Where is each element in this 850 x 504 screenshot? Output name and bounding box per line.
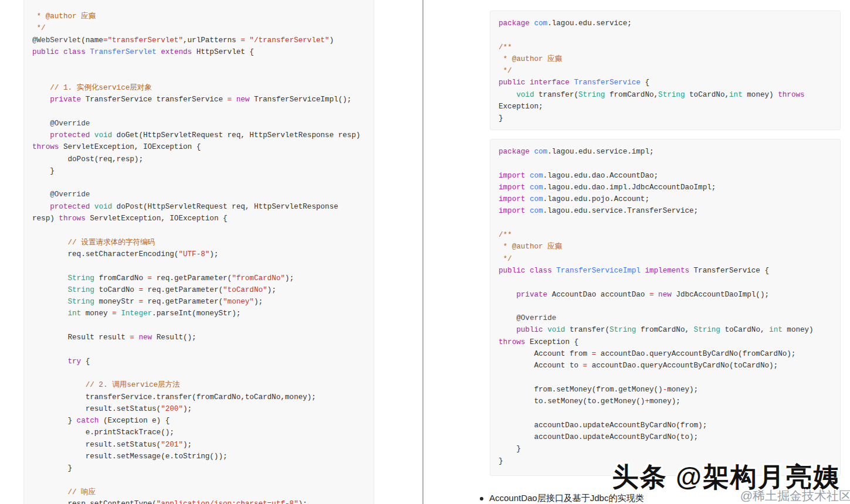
code-line: package com.lagou.edu.service; (499, 18, 832, 29)
code-line: public class TransferServlet extends Htt… (32, 46, 365, 58)
code-line: * @author 应癫 (499, 241, 832, 253)
code-line: result.setStatus("200"); (32, 403, 365, 415)
code-line: import com.lagou.edu.pojo.Account; (499, 193, 832, 205)
code-line: doPost(req,resp); (32, 154, 365, 165)
code-line: import com.lagou.edu.service.TransferSer… (499, 205, 832, 217)
code-line: /** (499, 229, 832, 241)
watermark-community: @稀土掘金技术社区 (740, 488, 850, 504)
code-line: // 设置请求体的字符编码 (32, 237, 365, 248)
code-line: resp.setContentType("application/json;ch… (32, 498, 365, 504)
code-line: String toCardNo = req.getParameter("toCa… (32, 284, 365, 296)
code-line: protected void doGet(HttpServletRequest … (32, 130, 365, 141)
code-line: @WebServlet(name="transferServlet",urlPa… (32, 35, 365, 46)
code-line (32, 224, 365, 236)
code-line: int money = Integer.parseInt(moneyStr); (32, 308, 365, 319)
code-line (499, 158, 832, 169)
code-line: } catch (Exception e) { (32, 415, 365, 427)
code-line: @Override (499, 312, 832, 324)
code-line: to.setMoney(to.getMoney()+money); (499, 396, 832, 407)
code-line: @Override (32, 189, 365, 200)
code-line: package com.lagou.edu.service.impl; (499, 146, 832, 158)
code-line: Exception; (499, 101, 832, 113)
code-line: // 响应 (32, 486, 365, 498)
code-line (499, 408, 832, 420)
code-line: result.setMessage(e.toString()); (32, 451, 365, 462)
code-line: accountDao.updateAccountByCardNo(to); (499, 431, 832, 443)
code-line (32, 105, 365, 117)
code-line: private TransferService transferService … (32, 94, 365, 105)
article-page: * @author 应癫 */@WebServlet(name="transfe… (0, 0, 850, 504)
code-line: // 2. 调用service层方法 (32, 379, 365, 391)
code-line: req.setCharacterEncoding("UTF-8"); (32, 248, 365, 260)
code-line: private AccountDao accountDao = new Jdbc… (499, 289, 832, 301)
code-block-transfer-service-interface: package com.lagou.edu.service;/** * @aut… (490, 11, 841, 130)
code-line: import com.lagou.edu.dao.AccountDao; (499, 170, 832, 182)
code-line: try { (32, 356, 365, 367)
code-line (499, 277, 832, 288)
code-line: public class TransferServiceImpl impleme… (499, 265, 832, 277)
code-line (32, 475, 365, 486)
code-line: */ (499, 65, 832, 77)
code-block-transfer-service-impl: package com.lagou.edu.service.impl;impor… (490, 139, 841, 476)
code-line (499, 217, 832, 229)
code-line: e.printStackTrace(); (32, 427, 365, 438)
code-line: String fromCardNo = req.getParameter("fr… (32, 273, 365, 284)
code-line (32, 177, 365, 189)
code-line: * @author 应癫 (499, 53, 832, 65)
code-line: throws ServletException, IOException { (32, 141, 365, 153)
code-line: from.setMoney(from.getMoney()-money); (499, 384, 832, 396)
code-line: } (32, 165, 365, 177)
code-line: Account to = accountDao.queryAccountByCa… (499, 360, 832, 372)
code-line (499, 301, 832, 312)
code-line: // 1. 实例化service层对象 (32, 82, 365, 94)
code-line (32, 367, 365, 379)
code-line (499, 372, 832, 384)
code-line: String moneyStr = req.getParameter("mone… (32, 296, 365, 308)
code-line: public void transfer(String fromCardNo, … (499, 324, 832, 336)
code-line: throws Exception { (499, 336, 832, 348)
code-line: @Override (32, 118, 365, 130)
code-line: public interface TransferService { (499, 77, 832, 88)
column-divider (422, 0, 424, 504)
code-line: accountDao.updateAccountByCardNo(from); (499, 420, 832, 431)
code-line: void transfer(String fromCardNo,String t… (499, 89, 832, 101)
code-line: import com.lagou.edu.dao.impl.JdbcAccoun… (499, 182, 832, 193)
code-line: } (499, 443, 832, 455)
code-line (499, 29, 832, 41)
code-line: Account from = accountDao.queryAccountBy… (499, 348, 832, 360)
code-line (32, 70, 365, 81)
code-block-transfer-servlet: * @author 应癫 */@WebServlet(name="transfe… (23, 0, 374, 504)
code-line: result.setStatus("201"); (32, 439, 365, 451)
code-line: */ (499, 253, 832, 265)
code-line (32, 58, 365, 70)
code-line: * @author 应癫 (32, 11, 365, 22)
code-line: resp) throws ServletException, IOExcepti… (32, 213, 365, 224)
code-line (32, 343, 365, 355)
code-line: */ (32, 22, 365, 34)
code-line (32, 320, 365, 332)
code-line: } (499, 113, 832, 124)
code-line: Result result = new Result(); (32, 332, 365, 343)
code-line (32, 260, 365, 272)
code-line: protected void doPost(HttpServletRequest… (32, 201, 365, 213)
code-line: } (32, 462, 365, 474)
code-line: /** (499, 42, 832, 53)
bullet-icon (480, 497, 483, 500)
code-line: transferService.transfer(fromCardNo,toCa… (32, 391, 365, 403)
